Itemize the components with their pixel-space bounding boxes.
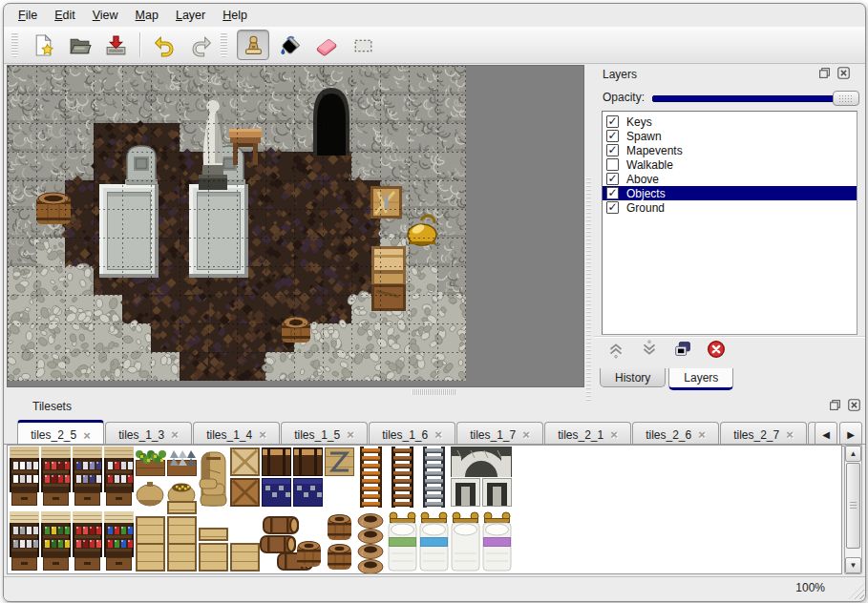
zoom-level: 100% — [795, 581, 825, 594]
tileset-tab-label: tiles_2_7 — [733, 428, 779, 442]
stamp-button[interactable] — [237, 30, 269, 60]
close-tab-icon[interactable]: × — [698, 427, 706, 442]
layer-row-spawn[interactable]: ✓Spawn — [603, 129, 857, 143]
move-layer-down-icon — [639, 339, 660, 364]
toolbar-drag-handle[interactable] — [11, 32, 18, 57]
fill-button[interactable] — [275, 31, 306, 59]
horizontal-splitter[interactable] — [7, 386, 583, 397]
close-tab-icon[interactable]: × — [434, 427, 442, 442]
float-panel-button[interactable] — [828, 400, 841, 413]
menu-item-label: elp — [231, 9, 247, 22]
layer-name: Mapevents — [626, 144, 683, 157]
tab-layers[interactable]: Layers — [668, 368, 733, 390]
menu-view[interactable]: View — [84, 7, 127, 24]
vertical-splitter[interactable] — [584, 65, 593, 395]
tileset-scrollbar[interactable]: ▲ ▼ — [844, 445, 862, 574]
redo-button[interactable] — [185, 31, 216, 59]
tileset-canvas[interactable] — [9, 447, 519, 574]
map-canvas[interactable] — [8, 66, 466, 381]
layer-visibility-checkbox[interactable]: ✓ — [606, 115, 619, 128]
layer-visibility-checkbox[interactable]: ✓ — [606, 201, 619, 214]
tileset-tab-label: tiles_2_5 — [31, 428, 76, 442]
tileset-tab-tiles_2_6[interactable]: tiles_2_6× — [632, 422, 719, 445]
tileset-tab-tiles_1_3[interactable]: tiles_1_3× — [105, 422, 192, 445]
scrollbar-thumb[interactable] — [846, 463, 860, 549]
tab-history[interactable]: History — [600, 368, 666, 387]
save-button[interactable] — [100, 31, 131, 59]
close-tab-icon[interactable]: × — [259, 427, 266, 442]
arrow-right-icon: ▶ — [847, 429, 855, 440]
tileset-tab-tiles_2_5[interactable]: tiles_2_5× — [17, 420, 104, 445]
tileset-tabs: tiles_2_5×tiles_1_3×tiles_1_4×tiles_1_5×… — [17, 420, 815, 445]
layer-row-mapevents[interactable]: ✓Mapevents — [603, 143, 857, 157]
map-viewport[interactable] — [7, 65, 584, 387]
layer-row-keys[interactable]: ✓Keys — [603, 114, 857, 129]
new-file-button[interactable] — [28, 31, 58, 59]
layer-visibility-checkbox[interactable]: ✓ — [606, 144, 619, 156]
status-bar: 100% — [4, 576, 865, 600]
save-icon — [104, 33, 128, 57]
menu-help[interactable]: Help — [214, 7, 256, 24]
tileset-tab-label: tiles_1_7 — [470, 428, 516, 442]
tilesets-panel-buttons — [828, 400, 860, 413]
resize-grip[interactable] — [849, 584, 864, 599]
menu-layer[interactable]: Layer — [167, 7, 214, 24]
float-panel-button[interactable] — [817, 68, 831, 81]
layer-row-walkable[interactable]: Walkable — [603, 157, 857, 172]
close-tab-icon[interactable]: × — [347, 427, 354, 442]
tileset-tab-tiles_2_1[interactable]: tiles_2_1× — [544, 422, 631, 445]
open-folder-button[interactable] — [64, 31, 95, 59]
layer-row-above[interactable]: ✓Above — [603, 172, 857, 186]
tileset-tab-tiles_2_7[interactable]: tiles_2_7× — [720, 422, 807, 445]
scroll-down-button[interactable]: ▼ — [845, 557, 861, 573]
opacity-label: Opacity: — [603, 91, 645, 104]
menu-map[interactable]: Map — [127, 7, 167, 24]
fill-icon — [279, 33, 303, 57]
toolbar-drag-handle[interactable] — [221, 32, 227, 57]
duplicate-layer-button[interactable] — [670, 340, 695, 363]
rect-select-button[interactable] — [348, 31, 378, 59]
move-layer-up-button[interactable] — [603, 340, 628, 363]
menu-item-label: iew — [100, 9, 118, 22]
layer-visibility-checkbox[interactable] — [606, 158, 619, 171]
menu-file[interactable]: File — [10, 7, 46, 24]
menu-item-mnemonic: F — [18, 9, 26, 22]
opacity-slider-handle[interactable] — [833, 91, 859, 106]
rect-select-icon — [351, 33, 375, 57]
menu-item-mnemonic: L — [176, 9, 182, 22]
layer-visibility-checkbox[interactable]: ✓ — [606, 173, 619, 185]
menu-bar: FileEditViewMapLayerHelp — [4, 4, 865, 27]
opacity-slider[interactable] — [652, 90, 857, 105]
close-tab-icon[interactable]: × — [83, 428, 91, 443]
toolbar-group — [219, 27, 381, 63]
menu-item-label: ile — [26, 9, 38, 22]
opacity-slider-track — [652, 95, 856, 102]
layer-row-objects[interactable]: ✓Objects — [603, 186, 857, 200]
layer-visibility-checkbox[interactable]: ✓ — [606, 130, 619, 142]
panel-tabs: HistoryLayers — [594, 368, 865, 395]
close-tab-icon[interactable]: × — [786, 427, 794, 442]
undo-button[interactable] — [149, 31, 180, 59]
close-panel-button[interactable] — [836, 68, 850, 81]
menu-item-mnemonic: E — [54, 9, 62, 22]
close-panel-button[interactable] — [847, 400, 860, 413]
tileset-tab-tiles_1_6[interactable]: tiles_1_6× — [369, 422, 455, 445]
tileset-tab-tiles_1_7[interactable]: tiles_1_7× — [456, 422, 543, 445]
eraser-button[interactable] — [311, 31, 342, 59]
tileset-tab-tiles_1_5[interactable]: tiles_1_5× — [281, 422, 368, 445]
undo-icon — [153, 33, 177, 57]
layer-row-ground[interactable]: ✓Ground — [603, 200, 857, 215]
toolbar — [4, 27, 865, 64]
tileset-content[interactable] — [7, 445, 842, 574]
delete-layer-button[interactable] — [704, 340, 729, 363]
float-icon — [829, 398, 841, 415]
menu-edit[interactable]: Edit — [46, 7, 84, 24]
layer-visibility-checkbox[interactable]: ✓ — [606, 187, 619, 199]
close-tab-icon[interactable]: × — [171, 427, 179, 442]
close-tab-icon[interactable]: × — [522, 427, 530, 442]
tileset-tab-tiles_1_4[interactable]: tiles_1_4× — [193, 422, 280, 445]
close-tab-icon[interactable]: × — [610, 427, 618, 442]
move-layer-down-button[interactable] — [637, 340, 662, 363]
scroll-up-button[interactable]: ▲ — [845, 446, 861, 462]
layer-name: Walkable — [626, 158, 673, 172]
